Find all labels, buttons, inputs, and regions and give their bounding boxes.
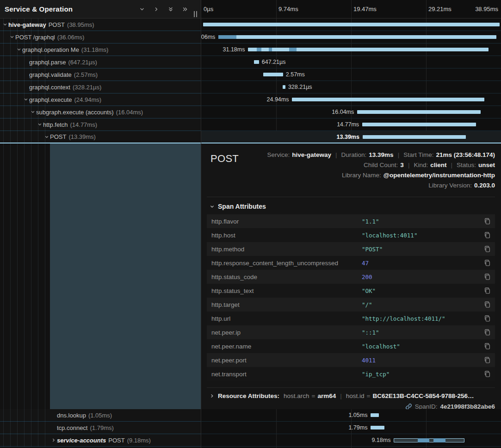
chevron-down-icon[interactable] [30, 110, 36, 114]
detail-span-title: POST [207, 150, 239, 165]
meta-value: unset [478, 162, 495, 168]
span-bar[interactable] [203, 23, 500, 26]
chevron-down-icon[interactable] [16, 47, 22, 52]
span-tree-row[interactable]: http.fetch(14.77ms) [0, 118, 201, 131]
timeline-row[interactable]: 13.39ms [201, 131, 501, 143]
meta-label: Service: [267, 151, 290, 158]
copy-icon[interactable] [482, 232, 490, 238]
span-bar[interactable] [371, 413, 378, 417]
span-tree-row[interactable]: hive-gatewayPOST(38.95ms) [0, 19, 201, 31]
span-bar-segment [257, 48, 261, 51]
bar-duration-label: 2.57ms [286, 68, 305, 81]
timeline-tick: 38.95ms [475, 6, 498, 12]
operation-name: POST [50, 133, 66, 140]
timeline-row[interactable]: 31.18ms [201, 44, 501, 56]
span-bar[interactable] [357, 110, 481, 114]
copy-icon[interactable] [482, 343, 490, 349]
timeline-row[interactable]: 9.18ms [201, 434, 501, 447]
span-bar[interactable] [218, 35, 496, 39]
copy-icon[interactable] [482, 357, 490, 363]
meta-label: Library Version: [428, 182, 472, 189]
copy-icon[interactable] [482, 260, 490, 266]
detail-header: POST Service:hive-gateway|Duration:13.39… [207, 150, 495, 191]
resource-attributes-row[interactable]: Resource Attributes: host.arch=arm64|hos… [207, 387, 495, 399]
bar-duration-label: 9.18ms [371, 434, 390, 446]
span-duration: (9.18ms) [127, 437, 151, 444]
chevron-right-icon[interactable] [50, 438, 57, 442]
timeline-panel: 0µs9.74ms19.47ms29.21ms38.95ms 36.06ms31… [201, 0, 501, 448]
expand-all-icon[interactable] [182, 6, 188, 12]
span-tree-row[interactable]: graphql.execute(24.94ms) [0, 93, 201, 106]
copy-icon[interactable] [482, 315, 490, 322]
copy-icon[interactable] [482, 246, 490, 252]
span-bar[interactable] [248, 48, 489, 51]
operation-name: graphql.parse [29, 59, 66, 66]
timeline-row[interactable]: 1.05ms [201, 409, 501, 422]
span-attributes-table: http.flavor"1.1"http.host"localhost:4011… [207, 214, 495, 381]
attribute-row: http.host"localhost:4011" [207, 228, 495, 242]
copy-icon[interactable] [482, 329, 490, 336]
chevron-down-icon[interactable] [37, 122, 43, 127]
span-bar-segment [418, 438, 429, 442]
copy-icon[interactable] [482, 301, 490, 308]
span-attributes-title: Span Attributes [218, 203, 266, 210]
span-tree-row[interactable]: subgraph.execute (accounts)(16.04ms) [0, 106, 201, 118]
timeline-row[interactable]: 14.77ms [201, 118, 501, 131]
span-tree-row[interactable]: graphql.parse(647.21µs) [0, 56, 201, 68]
span-tree-row[interactable]: POST(13.39ms) [0, 131, 201, 143]
span-tree-row[interactable]: graphql.context(328.21µs) [0, 81, 201, 93]
span-id-value: 4e21998f3b82abe6 [440, 403, 495, 409]
span-tree-row[interactable]: graphql.validate(2.57ms) [0, 68, 201, 81]
collapse-all-icon[interactable] [168, 6, 173, 12]
copy-icon[interactable] [482, 274, 490, 280]
meta-label: Duration: [341, 151, 367, 158]
chevron-down-icon[interactable] [9, 35, 15, 39]
timeline-row[interactable]: 328.21µs [201, 81, 501, 93]
chevron-down-icon[interactable] [2, 22, 8, 27]
copy-icon[interactable] [482, 371, 490, 377]
bar-duration-label: 1.79ms [348, 422, 367, 434]
span-tree-row[interactable]: POST /graphql(36.06ms) [0, 31, 201, 44]
timeline-row[interactable] [201, 19, 501, 31]
span-bar[interactable] [363, 135, 466, 139]
bar-duration-label: 16.04ms [332, 106, 354, 118]
panel-resize-handle[interactable] [194, 11, 197, 17]
span-tree-row[interactable]: tcp.connect(1.79ms) [0, 422, 201, 434]
timeline-row[interactable]: 24.94ms [201, 93, 501, 106]
span-bar[interactable] [292, 98, 484, 101]
span-bar[interactable] [283, 85, 285, 89]
span-tree-panel: Service & Operation hive-gatewayPOST(38.… [0, 0, 201, 448]
chevron-down-icon[interactable] [23, 97, 29, 102]
timeline-row[interactable]: 1.79ms [201, 422, 501, 434]
span-tree-row[interactable]: dns.lookup(1.05ms) [0, 409, 201, 422]
span-bar[interactable] [254, 60, 259, 64]
attribute-key: http.flavor [211, 218, 362, 225]
attribute-value: "::1" [362, 329, 482, 336]
copy-icon[interactable] [482, 287, 490, 294]
span-duration: (647.21µs) [68, 59, 97, 66]
chevron-down-icon[interactable] [43, 135, 50, 139]
span-bar[interactable] [394, 438, 464, 442]
timeline-row[interactable]: 2.57ms [201, 68, 501, 81]
span-attributes-header[interactable]: Span Attributes [210, 203, 495, 210]
timeline-row[interactable]: 36.06ms [201, 31, 501, 44]
copy-icon[interactable] [482, 218, 490, 224]
timeline-row[interactable]: 16.04ms [201, 106, 501, 118]
attribute-key: http.method [211, 246, 362, 253]
timeline-row[interactable]: 647.21µs [201, 56, 501, 68]
meta-line: Child Count:3|Kind:client|Status:unset [267, 160, 495, 170]
expand-children-icon[interactable] [154, 6, 159, 12]
span-bar[interactable] [362, 123, 476, 126]
link-icon[interactable] [405, 403, 412, 409]
span-tree-row[interactable]: graphql.operation Me(31.18ms) [0, 44, 201, 56]
timeline-tick: 9.74ms [278, 6, 298, 12]
service-name: hive-gateway [8, 21, 46, 28]
meta-separator: | [408, 162, 410, 168]
span-bar[interactable] [371, 426, 384, 429]
operation-name: dns.lookup [57, 412, 86, 419]
span-bar[interactable] [263, 73, 283, 76]
attribute-row: http.target"/" [207, 298, 495, 311]
span-tree-row[interactable]: service-accountsPOST(9.18ms) [0, 434, 201, 447]
attribute-row: http.flavor"1.1" [207, 214, 495, 228]
collapse-children-icon[interactable] [139, 6, 145, 12]
